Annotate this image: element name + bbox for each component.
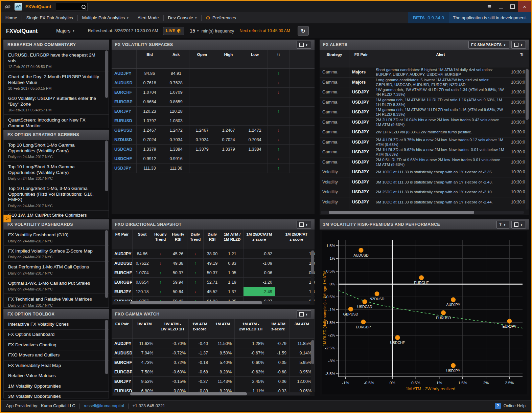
sidebar-item[interactable]: FXO Movers and Outliers: [4, 350, 109, 361]
column-header-1m-atm-minus-2w-rlzd[interactable]: 1M ATM -2W RLZD 1H: [235, 319, 267, 339]
table-row[interactable]: VolatilityUSDJPY3M 25DC at 111.33 is sta…: [320, 207, 529, 210]
menu-item-preferences[interactable]: ⚙Preferences: [202, 12, 241, 23]
vertical-scrollbar[interactable]: [526, 68, 529, 210]
table-row[interactable]: EURGBP7.58%-0.60%-0.688.28%-0.63%-0.688.…: [112, 367, 315, 377]
table-row[interactable]: VolatilityUSDJPY2M 10DC at 111.33 is sta…: [320, 167, 529, 177]
section-header-fx-option-toolbox[interactable]: FX OPTION TOOLBOX: [3, 309, 109, 319]
vertical-scrollbar[interactable]: [311, 250, 314, 300]
data-point-eurusd[interactable]: [441, 310, 446, 315]
data-point-gbpusd[interactable]: [348, 307, 353, 311]
column-header-ask[interactable]: Ask: [163, 50, 189, 68]
table-row[interactable]: GammaMajorsLong gamma candidates: 5 lowe…: [320, 78, 529, 88]
table-row[interactable]: AUDUSD7.94%-0.72%-1.378.50%-0.67%-1.599.…: [112, 348, 315, 358]
table-row[interactable]: GammaUSDJPY1M gamma rich, 1M ATM/1M 1H R…: [320, 97, 529, 108]
minimize-button[interactable]: [495, 1, 507, 12]
sidebar-item[interactable]: Interactive FX Volatility Cones: [4, 319, 109, 330]
horizontal-scrollbar[interactable]: [113, 392, 310, 395]
scrollbar-thumb[interactable]: [311, 251, 314, 274]
scrollbar-thumb[interactable]: [105, 50, 108, 98]
table-row[interactable]: GammaUSDJPY1W gamma rich, 1W ATM/1W 4H R…: [320, 87, 529, 97]
data-point-audusd[interactable]: [358, 248, 363, 253]
menu-item-multiple-pair-analytics[interactable]: Multiple Pair Analytics▾: [78, 12, 133, 23]
menu-item-home[interactable]: Home: [1, 12, 22, 23]
scrollbar-thumb[interactable]: [105, 230, 108, 298]
data-point-eurjpy[interactable]: [507, 319, 512, 324]
column-header-fx-pair[interactable]: FX Pair: [112, 230, 133, 249]
table-row[interactable]: EURGBP0.8654↑59.94↑52.711.19-1.201.3: [112, 278, 315, 287]
vertical-scrollbar[interactable]: [311, 340, 314, 391]
data-point-eurchf[interactable]: [419, 275, 424, 280]
data-point-nzdusd[interactable]: [375, 291, 379, 296]
sidebar-item[interactable]: Top 10 Long/Short 1-Mo Gamma Opportuniti…: [4, 140, 109, 161]
table-row[interactable]: EURGBP0.86540.8659: [112, 97, 315, 107]
column-header-1m-atm[interactable]: 1M ATM: [211, 319, 235, 339]
column-header-25dc-atm-zscore[interactable]: 1M 25DC/ATMz-score: [244, 230, 275, 249]
column-header-bid[interactable]: Bid: [137, 50, 163, 68]
popout-button[interactable]: ◐: [297, 310, 311, 318]
table-row[interactable]: EURUSD1.0797↑59.43↑61.921.05-0.870.7: [112, 297, 315, 301]
data-point-usdjpy[interactable]: [451, 363, 456, 368]
table-row[interactable]: GammaUSDJPY2M 2H RLZD at 10.04% hits a n…: [320, 117, 529, 128]
fx-snapshots-button[interactable]: FX SNAPSHOTS◐: [468, 41, 509, 49]
column-header-1w-atm-minus-1w-rlzd[interactable]: 1W ATM -1W RLZD 1H: [156, 319, 189, 339]
table-row[interactable]: GammaUSDJPY2M 1H RLZD at 9.62% hits a ne…: [320, 147, 529, 157]
sidebar-item[interactable]: FX Options Dashboard: [4, 330, 109, 340]
refresh-button[interactable]: ↻: [298, 26, 309, 36]
data-point-audjpy[interactable]: [451, 297, 456, 302]
table-row[interactable]: AUDJPY11.63%-0.70%-0.4011.50%1.28%-0.791…: [112, 339, 315, 348]
sidebar-item[interactable]: G10 Volatility: USDJPY Butterflies enter…: [4, 93, 109, 115]
column-header-atm-rlzd-ratio[interactable]: 1M ATM /1M RLZD: [221, 230, 244, 249]
column-header-3m-atm[interactable]: 3M ATM: [290, 319, 315, 339]
sidebar-item[interactable]: QuantScreen: Introducing our New FX Gamm…: [4, 115, 109, 128]
column-header-direction[interactable]: ↑↓: [268, 50, 290, 68]
link-icon[interactable]: [4, 4, 10, 10]
frequency-dropdown[interactable]: 15 ▾: [190, 28, 199, 34]
horizontal-scrollbar[interactable]: [321, 211, 524, 214]
maximize-button[interactable]: [507, 1, 518, 12]
close-button[interactable]: ×: [518, 1, 531, 12]
hamburger-menu-button[interactable]: ≡: [484, 1, 495, 12]
horizontal-scrollbar[interactable]: [113, 301, 310, 304]
table-row[interactable]: EURUSD6.80%0.89%-0.898.20%1.11%-0.339.06…: [112, 386, 315, 392]
sidebar-item[interactable]: Top 10 Long/Short 1-Mo, 3-Mo Gamma Oppor…: [4, 183, 109, 211]
sidebar-item[interactable]: Best Performing 1-Mo ATM Call OptionsDai…: [4, 262, 109, 278]
scrollbar-thumb[interactable]: [130, 301, 262, 304]
table-row[interactable]: EURJPY120.18↑50.64↓45.521.37-2.491.4: [112, 287, 315, 297]
popout-button[interactable]: ◐: [511, 41, 526, 49]
chart-help-button[interactable]: ?◐: [496, 221, 509, 229]
section-header-fx-volatility-dashboards[interactable]: FX VOLATILITY DASHBOARDS: [3, 219, 109, 230]
section-header-research-and-commentary[interactable]: RESEARCH AND COMMENTARY: [3, 40, 109, 50]
sidebar-item[interactable]: FX Derivatives Charting: [4, 340, 109, 350]
table-row[interactable]: EURCHF1.07041.0709↓: [112, 88, 315, 97]
table-row[interactable]: EURJPY9.53%-0.15%-0.3711.43%2.45%0.0612.…: [112, 377, 315, 386]
sidebar-expander-button[interactable]: >: [3, 215, 11, 222]
scrollbar-thumb[interactable]: [130, 392, 247, 395]
column-header-strategy[interactable]: Strategy: [320, 50, 349, 67]
section-header-fx-option-strategy-screens[interactable]: FX OPTION STRATEGY SCREENS: [3, 130, 109, 140]
column-header-fx-pair[interactable]: FX Pair: [112, 319, 133, 339]
help-icon[interactable]: ?: [495, 403, 501, 409]
sidebar-item[interactable]: Chart of the Day: 2-Month EURGBP Volatil…: [4, 71, 109, 93]
column-header-spot[interactable]: Spot: [133, 230, 152, 249]
table-row[interactable]: GammaUSDJPY1M gamma rich, 1M ATM/2W 1H R…: [320, 107, 529, 117]
sidebar-item[interactable]: Optimal 1-Wk, 1-Mo Call and Put StrikesD…: [4, 278, 109, 294]
menu-item-alert-mode[interactable]: Alert Mode: [133, 12, 163, 23]
sidebar-item[interactable]: EURUSD, EURGBP have the cheapest 2M vols…: [4, 50, 109, 71]
table-row[interactable]: VolatilityUSDJPY6M 10DC at 111.33 is sta…: [320, 197, 529, 208]
table-row[interactable]: VolatilityUSDJPY2M 25DC at 111.33 is sta…: [320, 187, 529, 197]
column-header-1w-atm-zscore[interactable]: 1W ATMz-score: [189, 319, 211, 339]
column-header-fx-pair[interactable]: FX Pair: [349, 50, 373, 67]
scrollbar-thumb[interactable]: [105, 140, 108, 191]
data-point-usdcad[interactable]: [363, 299, 367, 304]
table-row[interactable]: AUDUSD0.7622↓49.38↑49.190.83-1.091.3: [112, 259, 315, 268]
column-header-low[interactable]: Low: [242, 50, 268, 68]
popout-button[interactable]: ◐: [297, 221, 311, 229]
column-header-high[interactable]: High: [215, 50, 242, 68]
sidebar-item[interactable]: FX Volatility Dashboard (G10)Daily on 24…: [4, 230, 109, 246]
popout-button[interactable]: ◐: [511, 221, 526, 229]
menu-item-single-fx-pair-analytics[interactable]: Single FX Pair Analytics: [22, 12, 77, 23]
column-header-1m-atm-zscore[interactable]: 1M ATMz-score: [267, 319, 290, 339]
sidebar-item[interactable]: FX Technical and Relative Value Matrices…: [4, 294, 109, 308]
contact-email-link[interactable]: russell@kuma.capital: [84, 404, 124, 408]
live-toggle[interactable]: LIVE: [163, 27, 185, 35]
